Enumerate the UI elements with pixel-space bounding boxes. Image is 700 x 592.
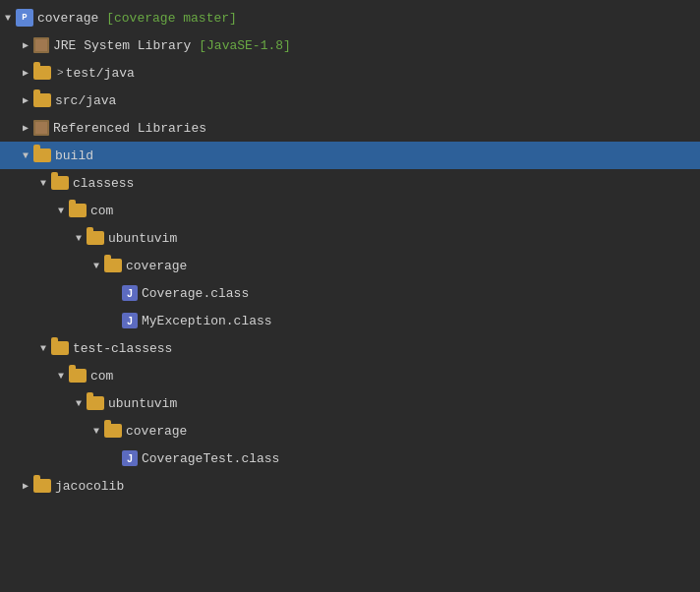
item-label: Coverage.class [142, 286, 249, 301]
item-label: com [90, 204, 113, 218]
arrow-closed [18, 92, 33, 108]
folder-icon [33, 148, 51, 162]
arrow-closed [18, 478, 33, 494]
tree-item-myexception-class[interactable]: JMyException.class [0, 307, 700, 334]
arrow-open [18, 148, 33, 163]
item-label: JRE System Library [JavaSE-1.8] [53, 38, 291, 53]
item-label: jacocolib [55, 479, 124, 494]
tree-item-test-classess[interactable]: test-classess [0, 334, 700, 362]
tree-item-com2[interactable]: com [0, 362, 700, 389]
item-label: coverage [coverage master] [37, 11, 237, 26]
arrow-closed [18, 65, 33, 81]
arrow-open [53, 203, 69, 218]
tree-item-test-java[interactable]: >test/java [0, 59, 700, 87]
arrow-open [71, 230, 87, 246]
java-file-icon: J [122, 285, 138, 301]
tree-item-root[interactable]: Pcoverage [coverage master] [0, 4, 700, 31]
item-label: coverage [126, 259, 187, 273]
folder-icon [51, 176, 69, 190]
item-label: coverage [126, 424, 187, 439]
tree-item-jre[interactable]: JRE System Library [JavaSE-1.8] [0, 31, 700, 59]
tree-item-build[interactable]: build [0, 142, 700, 169]
arrow-open [53, 368, 69, 384]
arrow-open [35, 175, 51, 191]
item-label: test/java [66, 66, 135, 81]
folder-icon [87, 231, 104, 245]
tree-item-coverage-class[interactable]: JCoverage.class [0, 279, 700, 307]
tree-item-ubuntuvim2[interactable]: ubuntuvim [0, 389, 700, 417]
java-file-icon: J [122, 450, 138, 466]
item-label: src/java [55, 93, 116, 108]
arrow-open [88, 423, 104, 439]
arrow-closed [18, 120, 33, 136]
item-label: com [90, 369, 113, 384]
item-label: CoverageTest.class [142, 451, 279, 466]
item-label: ubuntuvim [108, 231, 177, 246]
arrow-closed [18, 37, 33, 53]
folder-icon [87, 396, 104, 410]
item-label: ubuntuvim [108, 396, 177, 411]
tree-item-coveragetest-class[interactable]: JCoverageTest.class [0, 444, 700, 472]
folder-icon [104, 259, 122, 272]
item-label: test-classess [73, 341, 172, 356]
item-label: build [55, 148, 93, 163]
folder-icon [33, 66, 51, 80]
item-badge: [JavaSE-1.8] [199, 38, 291, 53]
folder-icon [51, 341, 69, 355]
folder-icon [104, 424, 122, 438]
tree-item-coverage1[interactable]: coverage [0, 252, 700, 279]
tree-item-ubuntuvim1[interactable]: ubuntuvim [0, 224, 700, 252]
item-label: MyException.class [142, 314, 272, 328]
tree-item-com1[interactable]: com [0, 197, 700, 224]
tree-item-coverage2[interactable]: coverage [0, 417, 700, 444]
item-badge: [coverage master] [106, 11, 237, 26]
item-label: Referenced Libraries [53, 121, 206, 136]
library-icon [33, 120, 49, 136]
tree-item-ref-lib[interactable]: Referenced Libraries [0, 114, 700, 142]
folder-icon [69, 369, 87, 383]
arrow-open [35, 340, 51, 356]
arrow-open [0, 10, 16, 26]
file-tree: Pcoverage [coverage master]JRE System Li… [0, 0, 700, 503]
folder-icon [33, 93, 51, 107]
library-icon [33, 37, 49, 53]
tree-item-classess[interactable]: classess [0, 169, 700, 197]
arrow-open [71, 395, 87, 411]
tree-item-jacocolib[interactable]: jacocolib [0, 472, 700, 500]
java-file-icon: J [122, 313, 138, 328]
folder-icon [33, 479, 51, 493]
chevron-icon: > [57, 67, 64, 79]
project-icon: P [16, 9, 33, 27]
item-label: classess [73, 176, 134, 191]
tree-item-src-java[interactable]: src/java [0, 87, 700, 114]
folder-icon [69, 204, 87, 217]
arrow-open [88, 258, 104, 273]
